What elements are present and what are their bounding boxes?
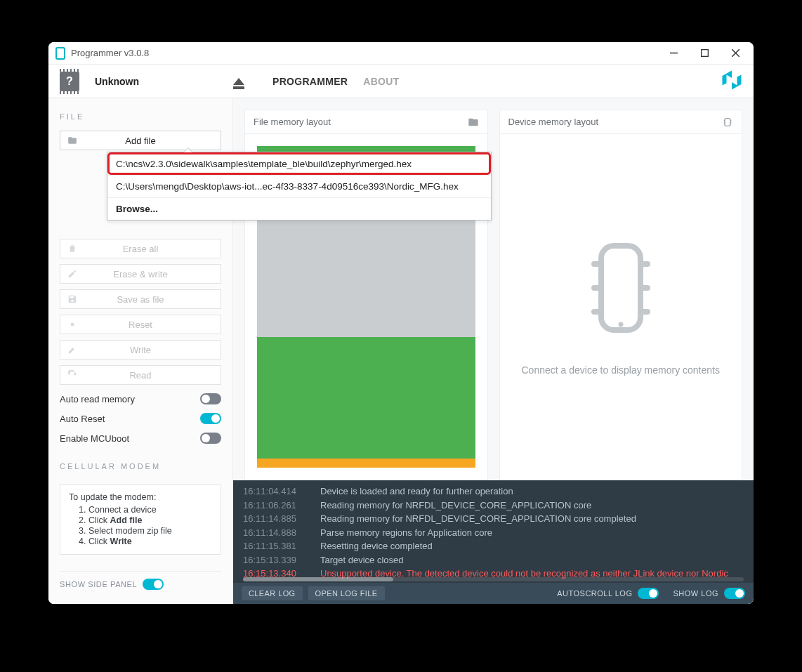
svg-point-4 xyxy=(618,322,623,327)
toggle-auto-read-label: Auto read memory xyxy=(60,394,135,404)
autoscroll-row: AUTOSCROLL LOG xyxy=(557,588,659,599)
erase-write-label: Erase & write xyxy=(113,269,167,279)
clear-log-button[interactable]: CLEAR LOG xyxy=(242,586,303,600)
log-message: Reading memory for NRFDL_DEVICE_CORE_APP… xyxy=(320,513,636,524)
close-icon xyxy=(732,49,739,57)
tab-programmer[interactable]: PROGRAMMER xyxy=(272,76,348,87)
modem-step-1: Connect a device xyxy=(88,505,212,515)
close-button[interactable] xyxy=(720,43,751,64)
log-time: 16:15:13.339 xyxy=(243,555,305,565)
autoscroll-label: AUTOSCROLL LOG xyxy=(557,589,632,598)
log-message: Device is loaded and ready for further o… xyxy=(320,486,513,496)
dropdown-arrow-icon xyxy=(183,147,193,152)
open-log-file-button[interactable]: OPEN LOG FILE xyxy=(308,586,385,600)
log-line: 16:11:14.888Parse memory regions for App… xyxy=(243,526,744,540)
toggle-mcuboot-label: Enable MCUboot xyxy=(60,433,129,444)
device-chip-icon: ? xyxy=(60,72,79,91)
modem-intro: To update the modem: xyxy=(69,492,212,502)
app-window: Programmer v3.0.8 ? Unknown PROGRAMMER A… xyxy=(48,42,754,604)
chip-small-icon xyxy=(722,117,733,128)
minimize-icon xyxy=(670,49,678,57)
modem-step-4: Click Write xyxy=(88,536,212,546)
pencil-icon xyxy=(67,345,77,355)
refresh-icon xyxy=(67,370,77,380)
erase-all-label: Erase all xyxy=(123,244,159,254)
log-time: 16:11:06.261 xyxy=(243,500,305,510)
svg-rect-2 xyxy=(725,118,730,126)
write-label: Write xyxy=(130,345,151,355)
log-message: Resetting device completed xyxy=(320,541,433,551)
device-memory-body: Connect a device to display memory conte… xyxy=(500,134,742,480)
folder-icon[interactable] xyxy=(468,117,479,128)
log-panel: 16:11:04.414Device is loaded and ready f… xyxy=(233,480,754,583)
toggle-mcuboot[interactable] xyxy=(200,433,221,444)
toggle-auto-reset[interactable] xyxy=(200,413,221,424)
log-message: Target device closed xyxy=(320,555,404,565)
log-time: 16:11:04.414 xyxy=(243,486,305,496)
erase-all-button[interactable]: Erase all xyxy=(60,239,221,258)
save-as-file-button[interactable]: Save as file xyxy=(60,289,221,309)
chip-large-icon xyxy=(586,239,656,339)
svg-rect-0 xyxy=(701,50,708,57)
file-memory-header: File memory layout xyxy=(245,110,487,134)
log-line: 16:11:06.261Reading memory for NRFDL_DEV… xyxy=(243,499,744,513)
write-button[interactable]: Write xyxy=(60,340,221,360)
log-line: 16:15:13.339Target device closed xyxy=(243,553,744,567)
toggle-autoscroll[interactable] xyxy=(638,588,659,599)
memory-segment xyxy=(257,459,475,468)
read-label: Read xyxy=(129,370,151,381)
svg-rect-3 xyxy=(601,246,640,330)
log-scrollbar[interactable] xyxy=(243,577,744,581)
file-section-label: FILE xyxy=(60,112,221,121)
titlebar: Programmer v3.0.8 xyxy=(48,42,754,65)
pencil-icon xyxy=(67,269,77,279)
side-panel-toggle-row: SHOW SIDE PANEL xyxy=(60,571,221,593)
save-as-file-label: Save as file xyxy=(117,294,164,305)
add-file-button[interactable]: Add file xyxy=(60,131,221,150)
toggle-auto-read[interactable] xyxy=(200,393,221,404)
device-memory-header: Device memory layout xyxy=(500,110,742,134)
eject-button[interactable] xyxy=(233,78,244,85)
device-memory-panel: Device memory layout C xyxy=(499,110,743,480)
device-hint: Connect a device to display memory conte… xyxy=(522,364,720,376)
add-file-dropdown: C:\ncs\v2.3.0\sidewalk\samples\template_… xyxy=(107,152,492,220)
dropdown-item-recent-1[interactable]: C:\Users\mengd\Desktop\aws-iot...ec-4f33… xyxy=(107,175,491,197)
modem-instructions: To update the modem: Connect a device Cl… xyxy=(60,485,221,555)
header: ? Unknown PROGRAMMER ABOUT xyxy=(48,65,754,98)
dropdown-item-recent-0[interactable]: C:\ncs\v2.3.0\sidewalk\samples\template_… xyxy=(107,152,491,175)
trash-icon xyxy=(67,244,77,253)
add-file-label: Add file xyxy=(125,136,155,146)
read-button[interactable]: Read xyxy=(60,365,221,385)
toggle-mcuboot-row: Enable MCUboot xyxy=(60,433,221,444)
modem-step-3: Select modem zip file xyxy=(88,526,212,536)
log-line: 16:11:14.885Reading memory for NRFDL_DEV… xyxy=(243,512,744,526)
toggle-side-panel[interactable] xyxy=(143,579,164,590)
toggle-auto-read-row: Auto read memory xyxy=(60,393,221,404)
cellular-section-label: CELLULAR MODEM xyxy=(60,462,221,470)
svg-point-1 xyxy=(71,323,74,327)
minimize-button[interactable] xyxy=(658,43,689,64)
footer: CLEAR LOG OPEN LOG FILE AUTOSCROLL LOG S… xyxy=(233,583,754,604)
erase-write-button[interactable]: Erase & write xyxy=(60,264,221,284)
maximize-button[interactable] xyxy=(689,43,720,64)
show-log-row: SHOW LOG xyxy=(673,588,745,599)
log-time: 16:11:15.381 xyxy=(243,541,305,551)
log-line: 16:11:15.381Resetting device completed xyxy=(243,539,744,553)
reset-label: Reset xyxy=(129,319,152,330)
modem-step-2: Click Add file xyxy=(88,515,212,525)
log-time: 16:11:14.888 xyxy=(243,527,305,538)
log-message: Reading memory for NRFDL_DEVICE_CORE_APP… xyxy=(320,500,591,510)
log-message: Parse memory regions for Application cor… xyxy=(320,527,492,538)
tab-about[interactable]: ABOUT xyxy=(363,76,399,87)
eject-icon xyxy=(233,78,244,85)
reset-button[interactable]: Reset xyxy=(60,315,221,334)
toggle-show-log[interactable] xyxy=(724,588,745,599)
nordic-logo-icon xyxy=(721,70,742,92)
device-memory-title: Device memory layout xyxy=(508,117,599,127)
toggle-auto-reset-label: Auto Reset xyxy=(60,414,105,424)
folder-icon xyxy=(67,136,77,145)
show-log-label: SHOW LOG xyxy=(673,589,718,598)
device-name: Unknown xyxy=(95,76,139,87)
side-panel-label: SHOW SIDE PANEL xyxy=(60,580,137,588)
dropdown-item-browse[interactable]: Browse... xyxy=(107,197,491,220)
